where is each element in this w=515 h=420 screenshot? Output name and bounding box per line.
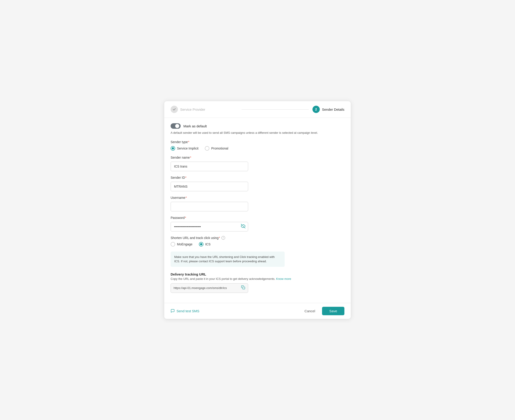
shorten-url-info-box: Make sure that you have the URL shorteni… [171, 252, 285, 267]
radio-promotional-label: Promotional [211, 147, 228, 150]
password-wrapper [171, 222, 248, 232]
username-input[interactable] [171, 202, 248, 211]
shorten-url-radio-group: MoEngage ICS [171, 242, 344, 247]
delivery-url-wrapper: https://api-01.moengage.com/sms/dlr/ics [171, 283, 248, 293]
delivery-tracking-description: Copy the URL and paste it in your ICS po… [171, 277, 344, 281]
shorten-url-label-row: Shorten URL and track click using i [171, 236, 344, 240]
copy-url-icon[interactable] [241, 285, 245, 291]
radio-promotional[interactable]: Promotional [205, 146, 228, 151]
modal-container: Service Provider 2 Sender Details Mark a… [164, 101, 351, 319]
save-button[interactable]: Save [322, 307, 344, 315]
shorten-url-info-icon[interactable]: i [221, 236, 225, 240]
footer-right: Cancel Save [301, 307, 344, 315]
radio-ics-outer [199, 242, 203, 247]
step-divider [242, 109, 309, 110]
send-test-sms-label: Send test SMS [177, 309, 199, 313]
radio-service-implicit-inner [172, 147, 174, 150]
mark-default-toggle[interactable] [171, 123, 181, 129]
shorten-url-label: Shorten URL and track click using [171, 236, 220, 240]
password-input[interactable] [171, 222, 248, 232]
step1-item: Service Provider [171, 106, 238, 113]
delivery-url-text: https://api-01.moengage.com/sms/dlr/ics [174, 286, 239, 290]
radio-moengage-outer [171, 242, 175, 247]
radio-service-implicit-outer [171, 146, 175, 151]
know-more-link[interactable]: Know more [276, 277, 291, 281]
password-label: Password [171, 216, 344, 220]
send-test-sms-icon [171, 309, 175, 313]
cancel-button[interactable]: Cancel [301, 307, 319, 315]
step-header: Service Provider 2 Sender Details [164, 101, 351, 118]
step1-label: Service Provider [180, 107, 205, 111]
step2-label: Sender Details [322, 107, 344, 111]
sender-name-label: Sender name [171, 156, 344, 159]
sender-type-radio-group: Service Implicit Promotional [171, 146, 344, 151]
modal-body: Mark as default A default sender will be… [164, 118, 351, 303]
send-test-sms-button[interactable]: Send test SMS [171, 309, 199, 313]
sender-name-input[interactable] [171, 162, 248, 171]
toggle-password-icon[interactable] [241, 224, 245, 229]
sender-id-input[interactable] [171, 182, 248, 191]
sender-id-label: Sender ID [171, 176, 344, 180]
radio-service-implicit[interactable]: Service Implicit [171, 146, 199, 151]
delivery-tracking-section: Delivery tracking URL Copy the URL and p… [171, 272, 344, 293]
mark-default-description: A default sender will be used to send al… [171, 131, 344, 135]
mark-default-row: Mark as default [171, 123, 344, 129]
step2-circle: 2 [312, 106, 320, 113]
radio-promotional-outer [205, 146, 209, 151]
radio-moengage-label: MoEngage [177, 242, 192, 246]
sender-type-label: Sender type [171, 140, 344, 144]
mark-default-label: Mark as default [183, 124, 207, 128]
delivery-tracking-title: Delivery tracking URL [171, 272, 344, 276]
radio-ics-label: ICS [205, 242, 211, 246]
svg-rect-1 [243, 287, 245, 289]
modal-footer: Send test SMS Cancel Save [164, 303, 351, 319]
radio-moengage[interactable]: MoEngage [171, 242, 192, 247]
radio-ics[interactable]: ICS [199, 242, 211, 247]
radio-ics-inner [200, 243, 202, 245]
step1-circle [171, 106, 178, 113]
username-label: Username [171, 196, 344, 200]
radio-service-implicit-label: Service Implicit [177, 147, 199, 150]
step2-item: 2 Sender Details [312, 106, 344, 113]
